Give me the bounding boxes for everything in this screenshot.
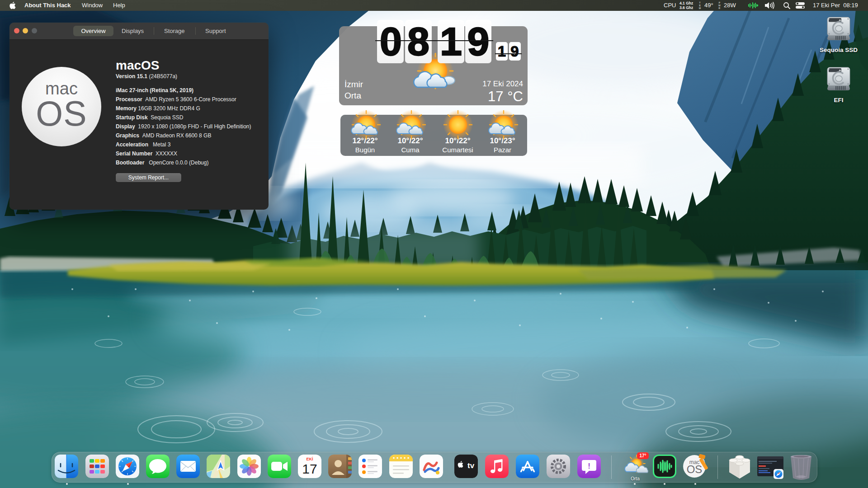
svg-text:EKİ: EKİ — [306, 457, 313, 461]
svg-text:tv: tv — [467, 461, 475, 470]
svg-text:17: 17 — [302, 461, 317, 476]
svg-text:!: ! — [588, 462, 590, 470]
svg-text:OS: OS — [687, 463, 703, 475]
